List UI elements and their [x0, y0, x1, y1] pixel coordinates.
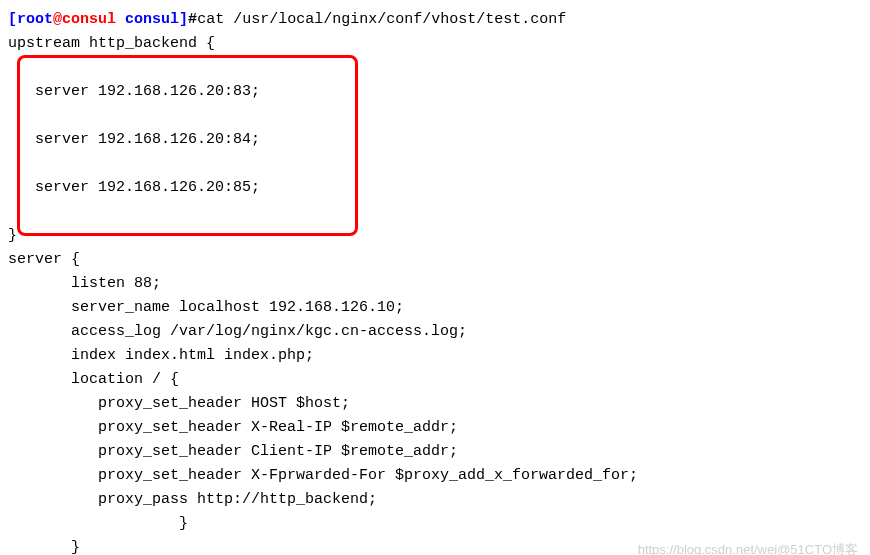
- cfg-proxy2: proxy_set_header X-Real-IP $remote_addr;: [8, 419, 458, 436]
- prompt-open-bracket: [: [8, 11, 17, 28]
- cfg-server-close: }: [8, 539, 80, 555]
- cfg-proxy3: proxy_set_header Client-IP $remote_addr;: [8, 443, 458, 460]
- cfg-server-name: server_name localhost 192.168.126.10;: [8, 299, 404, 316]
- cfg-proxy4: proxy_set_header X-Fprwarded-For $proxy_…: [8, 467, 638, 484]
- terminal-output: [root@consul consul]#cat /usr/local/ngin…: [8, 8, 862, 555]
- cfg-srv1: server 192.168.126.20:83;: [8, 83, 260, 100]
- cfg-location-open: location / {: [8, 371, 179, 388]
- cfg-upstream-open: upstream http_backend {: [8, 35, 215, 52]
- prompt-at: @: [53, 11, 62, 28]
- cfg-listen: listen 88;: [8, 275, 161, 292]
- cfg-upstream-close: }: [8, 227, 17, 244]
- cfg-index: index index.html index.php;: [8, 347, 314, 364]
- cfg-access-log: access_log /var/log/nginx/kgc.cn-access.…: [8, 323, 467, 340]
- prompt-close-bracket: ]: [179, 11, 188, 28]
- prompt-host: consul: [62, 11, 116, 28]
- cfg-proxy1: proxy_set_header HOST $host;: [8, 395, 350, 412]
- cfg-srv3: server 192.168.126.20:85;: [8, 179, 260, 196]
- prompt-cwd: consul: [125, 11, 179, 28]
- cfg-server-open: server {: [8, 251, 80, 268]
- prompt-hash: #: [188, 11, 197, 28]
- cfg-location-close: }: [8, 515, 188, 532]
- prompt-user: root: [17, 11, 53, 28]
- command-text: cat /usr/local/nginx/conf/vhost/test.con…: [197, 11, 566, 28]
- cfg-proxy5: proxy_pass http://http_backend;: [8, 491, 377, 508]
- cfg-srv2: server 192.168.126.20:84;: [8, 131, 260, 148]
